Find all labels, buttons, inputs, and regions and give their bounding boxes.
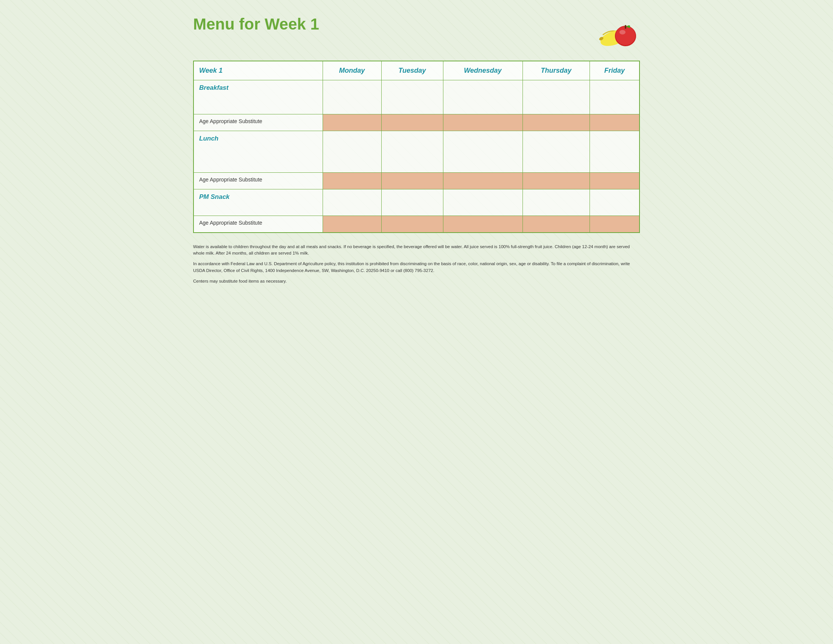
snack-tuesday	[381, 189, 443, 216]
footer-line2: In accordance with Federal Law and U.S. …	[193, 261, 640, 274]
col-header-thursday: Thursday	[523, 61, 590, 80]
col-header-week: Week 1	[193, 61, 323, 80]
lunch-sub-tuesday	[381, 173, 443, 189]
footer-line3: Centers may substitute food items as nec…	[193, 278, 640, 285]
lunch-sub-wednesday	[443, 173, 523, 189]
lunch-row: Lunch	[193, 131, 640, 173]
snack-label: PM Snack	[193, 189, 323, 216]
header: Menu for Week 1	[193, 11, 640, 49]
page-title: Menu for Week 1	[193, 15, 319, 33]
svg-point-5	[616, 26, 635, 45]
breakfast-thursday	[523, 80, 590, 114]
snack-sub-monday	[323, 216, 381, 233]
lunch-label: Lunch	[193, 131, 323, 173]
lunch-sub-monday	[323, 173, 381, 189]
snack-sub-friday	[590, 216, 640, 233]
lunch-tuesday	[381, 131, 443, 173]
col-header-friday: Friday	[590, 61, 640, 80]
menu-table: Week 1 Monday Tuesday Wednesday Thursday…	[193, 61, 640, 233]
col-header-wednesday: Wednesday	[443, 61, 523, 80]
lunch-sub-friday	[590, 173, 640, 189]
snack-sub-wednesday	[443, 216, 523, 233]
breakfast-wednesday	[443, 80, 523, 114]
breakfast-substitute-label: Age Appropriate Substitute	[193, 114, 323, 131]
snack-substitute-row: Age Appropriate Substitute	[193, 216, 640, 233]
snack-friday	[590, 189, 640, 216]
breakfast-friday	[590, 80, 640, 114]
breakfast-sub-wednesday	[443, 114, 523, 131]
footer-line1: Water is available to children throughou…	[193, 243, 640, 257]
footer: Water is available to children throughou…	[193, 243, 640, 285]
col-header-tuesday: Tuesday	[381, 61, 443, 80]
col-header-monday: Monday	[323, 61, 381, 80]
breakfast-sub-friday	[590, 114, 640, 131]
svg-rect-7	[625, 25, 626, 29]
snack-monday	[323, 189, 381, 216]
breakfast-sub-monday	[323, 114, 381, 131]
breakfast-substitute-row: Age Appropriate Substitute	[193, 114, 640, 131]
lunch-substitute-row: Age Appropriate Substitute	[193, 173, 640, 189]
snack-row: PM Snack	[193, 189, 640, 216]
snack-sub-thursday	[523, 216, 590, 233]
breakfast-row: Breakfast	[193, 80, 640, 114]
breakfast-monday	[323, 80, 381, 114]
lunch-thursday	[523, 131, 590, 173]
lunch-wednesday	[443, 131, 523, 173]
snack-sub-tuesday	[381, 216, 443, 233]
breakfast-sub-tuesday	[381, 114, 443, 131]
fruit-icon	[595, 15, 640, 49]
lunch-monday	[323, 131, 381, 173]
snack-thursday	[523, 189, 590, 216]
lunch-substitute-label: Age Appropriate Substitute	[193, 173, 323, 189]
svg-point-6	[619, 30, 626, 34]
fruit-illustration	[595, 15, 640, 49]
breakfast-label: Breakfast	[193, 80, 323, 114]
page-wrapper: Menu for Week 1	[193, 11, 640, 285]
snack-wednesday	[443, 189, 523, 216]
lunch-sub-thursday	[523, 173, 590, 189]
snack-substitute-label: Age Appropriate Substitute	[193, 216, 323, 233]
breakfast-tuesday	[381, 80, 443, 114]
lunch-friday	[590, 131, 640, 173]
breakfast-sub-thursday	[523, 114, 590, 131]
